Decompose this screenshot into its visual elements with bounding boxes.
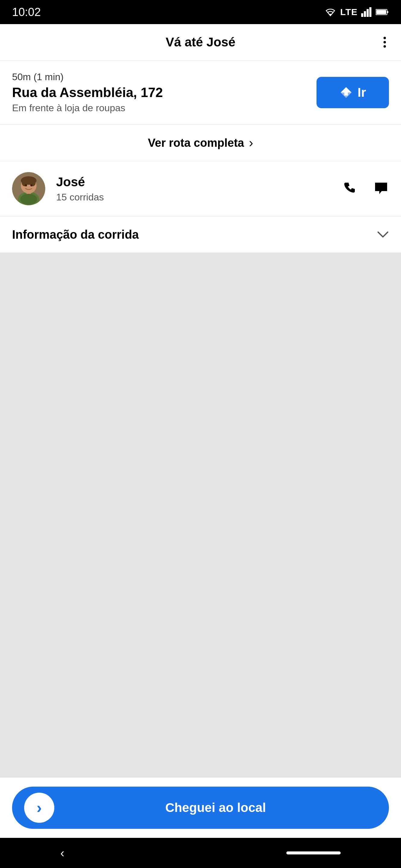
go-button-label: Ir [357, 85, 366, 100]
arrive-button[interactable]: › Cheguei ao local [12, 786, 389, 829]
svg-point-16 [20, 194, 37, 205]
status-bar: 10:02 LTE [0, 0, 401, 24]
dot-3 [383, 45, 386, 48]
nav-text: 50m (1 min) Rua da Assembléia, 172 Em fr… [12, 71, 308, 114]
contact-name: José [56, 175, 332, 189]
svg-rect-1 [364, 11, 366, 17]
contact-actions [343, 181, 389, 196]
ride-info-section[interactable]: Informação da corrida [0, 216, 401, 253]
nav-address: Rua da Assembléia, 172 [12, 85, 308, 100]
ride-info-label: Informação da corrida [12, 228, 139, 241]
dot-1 [383, 37, 386, 39]
page-title: Vá até José [166, 35, 235, 50]
avatar-image [12, 172, 45, 205]
contact-avatar [12, 172, 45, 205]
header: Vá até José [0, 24, 401, 61]
route-link[interactable]: Ver rota completa › [0, 125, 401, 161]
call-button[interactable] [343, 181, 359, 196]
signal-icon [361, 7, 372, 17]
message-button[interactable] [373, 181, 389, 196]
navigation-info: 50m (1 min) Rua da Assembléia, 172 Em fr… [0, 61, 401, 125]
go-button[interactable]: Ir [316, 77, 389, 108]
navigate-icon [339, 86, 353, 99]
status-icons: LTE [324, 7, 389, 17]
home-indicator[interactable] [286, 851, 341, 855]
contact-section: José 15 corridas [0, 161, 401, 216]
svg-rect-0 [361, 13, 363, 17]
back-arrow-icon: ‹ [60, 846, 64, 860]
phone-icon [343, 181, 359, 196]
contact-info: José 15 corridas [56, 175, 332, 203]
map-area [0, 253, 401, 777]
contact-rides: 15 corridas [56, 192, 332, 203]
message-icon [373, 181, 389, 196]
bottom-bar: › Cheguei ao local [0, 777, 401, 838]
arrive-arrow-circle: › [24, 793, 54, 823]
svg-rect-5 [387, 11, 388, 13]
nav-note: Em frente à loja de roupas [12, 102, 308, 114]
lte-indicator: LTE [340, 7, 357, 17]
more-options-button[interactable] [380, 34, 389, 51]
arrive-button-label: Cheguei ao local [54, 801, 377, 815]
bottom-navigation: ‹ [0, 838, 401, 868]
dot-2 [383, 41, 386, 43]
svg-point-13 [25, 184, 27, 187]
route-arrow-icon: › [249, 135, 253, 150]
route-link-text: Ver rota completa [148, 136, 244, 150]
svg-point-14 [30, 184, 33, 187]
nav-time-distance: 50m (1 min) [12, 71, 308, 83]
wifi-icon [324, 7, 337, 17]
arrive-chevron-icon: › [36, 799, 41, 817]
chevron-down-icon [377, 227, 389, 242]
app-container: Vá até José 50m (1 min) Rua da Assembléi… [0, 24, 401, 838]
back-button[interactable]: ‹ [60, 846, 64, 860]
svg-rect-6 [376, 10, 386, 14]
status-time: 10:02 [12, 6, 41, 19]
svg-rect-2 [367, 9, 369, 17]
svg-rect-3 [369, 7, 371, 17]
battery-icon [376, 8, 389, 16]
